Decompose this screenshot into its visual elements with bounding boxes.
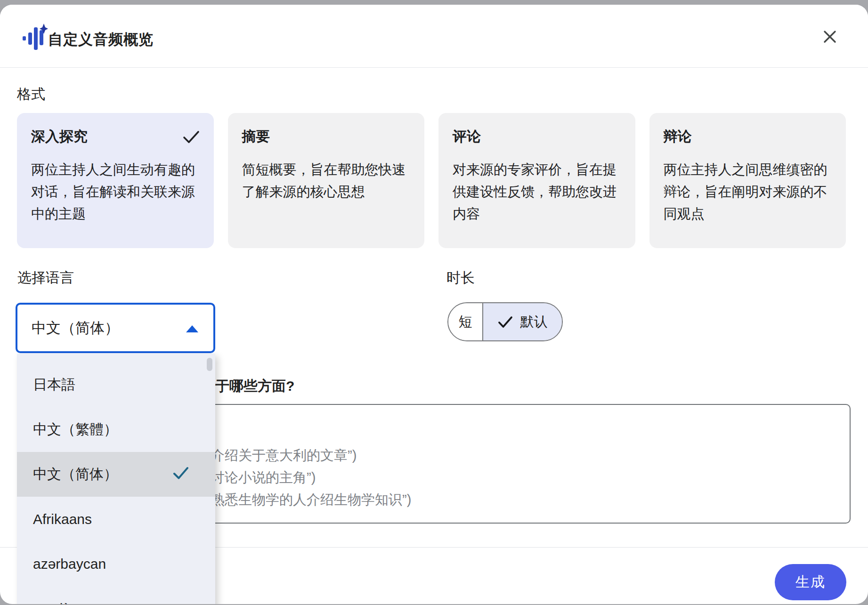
placeholder-line: 讨论小说的主角”) — [211, 467, 411, 489]
page-backdrop: 自定义音频概览 格式 深入探究 两位主持人之间生动有趣的对话，旨在解读和关联来源… — [0, 0, 868, 605]
card-title: 评论 — [453, 127, 481, 146]
selected-check-icon — [173, 467, 189, 480]
language-option-afrikaans[interactable]: Afrikaans — [17, 497, 215, 541]
language-option-azerbaijani[interactable]: azərbaycan — [17, 541, 215, 586]
language-option-japanese[interactable]: 日本語 — [17, 363, 215, 407]
format-section-label: 格式 — [17, 85, 45, 104]
duration-segmented-control: 短 默认 — [447, 302, 563, 341]
card-title: 摘要 — [242, 127, 270, 146]
close-icon — [823, 30, 836, 43]
duration-option-short[interactable]: 短 — [448, 303, 483, 340]
language-select[interactable]: 中文（简体） — [16, 303, 215, 353]
card-title: 深入探究 — [31, 127, 88, 146]
format-card-debate[interactable]: 辩论 两位主持人之间思维缜密的辩论，旨在阐明对来源的不同观点 — [649, 113, 846, 248]
language-option-label: 中文（简体） — [33, 465, 118, 484]
format-card-summary[interactable]: 摘要 简短概要，旨在帮助您快速了解来源的核心思想 — [228, 113, 425, 248]
focus-textarea-placeholder: 介绍关于意大利的文章”) 讨论小说的主角”) 熟悉生物学的人介绍生物学知识”) — [211, 444, 411, 511]
duration-section-label: 时长 — [446, 268, 475, 288]
language-section-label: 选择语言 — [17, 268, 74, 288]
language-dropdown-panel[interactable]: 日本語 中文（繁體） 中文（简体） Afrikaans azərbaycan c… — [17, 354, 215, 604]
language-option-chinese-traditional[interactable]: 中文（繁體） — [17, 407, 215, 452]
generate-button[interactable]: 生成 — [775, 564, 846, 600]
language-option-chinese-simplified[interactable]: 中文（简体） — [17, 452, 215, 497]
language-option-catalan[interactable]: català — [17, 586, 215, 604]
dialog-header: 自定义音频概览 — [0, 5, 868, 67]
dropdown-scrollbar-thumb[interactable] — [207, 358, 212, 371]
card-title: 辩论 — [664, 127, 692, 146]
customize-audio-overview-dialog: 自定义音频概览 格式 深入探究 两位主持人之间生动有趣的对话，旨在解读和关联来源… — [0, 5, 868, 604]
duration-option-label: 默认 — [520, 313, 548, 331]
card-description: 两位主持人之间生动有趣的对话，旨在解读和关联来源中的主题 — [31, 159, 200, 225]
close-button[interactable] — [819, 25, 841, 48]
card-description: 两位主持人之间思维缜密的辩论，旨在阐明对来源的不同观点 — [664, 159, 832, 225]
chevron-up-icon — [186, 325, 198, 332]
focus-question-label: 于哪些方面? — [215, 377, 294, 396]
language-select-value: 中文（简体） — [32, 318, 119, 338]
header-divider — [0, 67, 868, 68]
card-description: 简短概要，旨在帮助您快速了解来源的核心思想 — [242, 159, 411, 203]
dialog-title: 自定义音频概览 — [48, 30, 154, 49]
audio-overview-icon — [22, 24, 48, 53]
placeholder-line: 熟悉生物学的人介绍生物学知识”) — [211, 489, 411, 511]
selected-check-icon — [498, 316, 513, 328]
format-card-critique[interactable]: 评论 对来源的专家评价，旨在提供建设性反馈，帮助您改进内容 — [438, 113, 635, 248]
format-card-deep-dive[interactable]: 深入探究 两位主持人之间生动有趣的对话，旨在解读和关联来源中的主题 — [17, 113, 214, 248]
selected-check-icon — [183, 130, 200, 144]
card-description: 对来源的专家评价，旨在提供建设性反馈，帮助您改进内容 — [453, 159, 621, 225]
duration-option-default[interactable]: 默认 — [483, 303, 562, 340]
placeholder-line: 介绍关于意大利的文章”) — [211, 444, 411, 467]
format-cards: 深入探究 两位主持人之间生动有趣的对话，旨在解读和关联来源中的主题 摘要 简短概… — [17, 113, 846, 248]
